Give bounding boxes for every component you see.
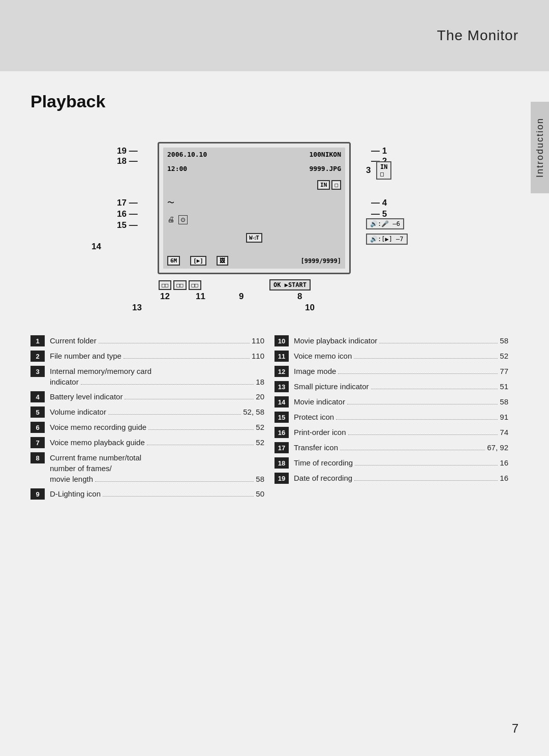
list-item: 11 Voice memo icon 52 <box>274 351 508 362</box>
list-item: 12 Image mode 77 <box>274 366 508 377</box>
item-num-16: 16 <box>274 427 289 438</box>
print-icon: 🖨 <box>167 215 174 224</box>
item-num-13: 13 <box>274 381 289 392</box>
list-item: 14 Movie indicator 58 <box>274 396 508 408</box>
item-text-10: Movie playback indicator <box>294 335 377 346</box>
list-item: 10 Movie playback indicator 58 <box>274 335 508 346</box>
label-11: 11 <box>196 292 205 302</box>
page-number: 7 <box>512 721 518 736</box>
screen-icons-row: IN □ <box>167 180 341 190</box>
item-page-13: 51 <box>500 382 508 391</box>
item-page-12: 77 <box>500 367 508 375</box>
main-content: Playback 2006.10.10 100NIKON 12:00 9999.… <box>30 71 518 756</box>
item-num-4: 4 <box>30 391 45 402</box>
item-page-11: 52 <box>500 352 508 360</box>
item-text-8a: Current frame number/total <box>50 453 141 462</box>
item-text-1: Current folder <box>50 335 97 346</box>
screen-date: 2006.10.10 <box>167 151 207 158</box>
item-text-8c: movie length <box>50 474 93 484</box>
item-num-1: 1 <box>30 335 45 346</box>
label-5: — 5 <box>371 209 387 219</box>
volume-icon: W◁T <box>246 233 262 243</box>
section-tab-text: Introduction <box>531 102 549 193</box>
item-num-7: 7 <box>30 437 45 448</box>
item-text-18: Time of recording <box>294 457 353 468</box>
page-title: The Monitor <box>437 27 518 44</box>
item-num-14: 14 <box>274 396 289 408</box>
list-item: 16 Print-order icon 74 <box>274 427 508 438</box>
item-text-11: Voice memo icon <box>294 351 352 361</box>
item-page-5: 52, 58 <box>243 408 264 416</box>
callout-3: IN□ <box>380 163 387 178</box>
item-num-9: 9 <box>30 488 45 500</box>
item-page-3: 18 <box>256 377 264 386</box>
ok-start-box: OK ▶START <box>269 279 311 290</box>
item-page-18: 16 <box>500 458 508 467</box>
top-bar: The Monitor <box>0 0 549 71</box>
small-pic-icon: 🖼 <box>217 256 228 266</box>
screen-time: 12:00 <box>167 165 187 172</box>
image-mode-icon: 6M <box>167 256 180 266</box>
item-page-14: 58 <box>500 397 508 406</box>
frame-icon-1: □□ <box>159 280 171 290</box>
item-text-8b: number of frames/ <box>50 464 112 473</box>
label-13: 13 <box>132 303 142 313</box>
list-item: 9 D-Lighting icon 50 <box>30 488 264 500</box>
list-item: 17 Transfer icon 67, 92 <box>274 442 508 453</box>
protect-icon: ⊙ <box>178 215 188 224</box>
list-column-left: 1 Current folder 110 2 File number and t… <box>30 335 274 504</box>
label-8: 8 <box>297 292 302 302</box>
list-item: 1 Current folder 110 <box>30 335 264 346</box>
label-3-group: 3 IN□ <box>366 165 371 176</box>
item-text-3a: Internal memory/memory card <box>50 366 151 376</box>
label-9: 9 <box>239 292 243 302</box>
label-6-group: 🔊:🎤 —6 <box>366 218 404 229</box>
screen-folder: 100NIKON <box>309 151 341 158</box>
list-item: 5 Volume indicator 52, 58 <box>30 406 264 418</box>
label-19: 19 — <box>117 146 138 156</box>
label-14: 14 <box>92 242 101 252</box>
item-text-5: Volume indicator <box>50 406 106 417</box>
label-10: 10 <box>305 303 315 313</box>
list-item: 8 Current frame number/total number of f… <box>30 452 264 484</box>
list-column-right: 10 Movie playback indicator 58 11 Voice … <box>274 335 518 504</box>
memory-icon: IN <box>317 180 330 190</box>
item-page-15: 91 <box>500 413 508 421</box>
item-num-15: 15 <box>274 412 289 423</box>
item-num-17: 17 <box>274 442 289 453</box>
frame-icon-2: □□ <box>173 280 186 290</box>
item-list: 1 Current folder 110 2 File number and t… <box>30 335 518 504</box>
screen-bottom-icons: 6M [▶] 🖼 <box>167 256 228 266</box>
list-item: 2 File number and type 110 <box>30 351 264 362</box>
frame-icons-row: □□ □□ □□ <box>159 280 201 290</box>
list-item: 3 Internal memory/memory card indicator … <box>30 366 264 387</box>
transfer-icon: 〜 <box>167 198 174 208</box>
movie-icon: [▶] <box>190 256 206 266</box>
frame-count: [9999/9999] <box>301 257 341 265</box>
item-page-4: 20 <box>256 392 264 401</box>
ok-start-area: OK ▶START <box>269 279 311 290</box>
screen-row2: 12:00 9999.JPG <box>167 165 341 172</box>
list-item: 19 Date of recording 16 <box>274 473 508 484</box>
item-page-19: 16 <box>500 474 508 482</box>
item-num-18: 18 <box>274 457 289 469</box>
item-text-13: Small picture indicator <box>294 381 369 392</box>
diagram: 2006.10.10 100NIKON 12:00 9999.JPG IN □ … <box>76 127 473 320</box>
item-page-1: 110 <box>252 336 264 345</box>
list-item: 7 Voice memo playback guide 52 <box>30 437 264 448</box>
item-num-3: 3 <box>30 366 45 377</box>
item-page-9: 50 <box>256 489 264 498</box>
item-num-10: 10 <box>274 335 289 346</box>
card-icon: □ <box>331 180 341 190</box>
item-page-8: 58 <box>256 475 264 483</box>
item-page-16: 74 <box>500 428 508 437</box>
label-17: 17 — <box>117 198 138 208</box>
callout-7: 🔊:[▶] —7 <box>370 236 404 243</box>
item-text-6: Voice memo recording guide <box>50 422 146 432</box>
item-page-2: 110 <box>252 352 264 360</box>
frame-icon-3: □□ <box>189 280 201 290</box>
volume-row: W◁T <box>167 233 341 243</box>
item-page-6: 52 <box>256 423 264 431</box>
item-text-15: Protect icon <box>294 412 334 422</box>
list-item: 18 Time of recording 16 <box>274 457 508 469</box>
